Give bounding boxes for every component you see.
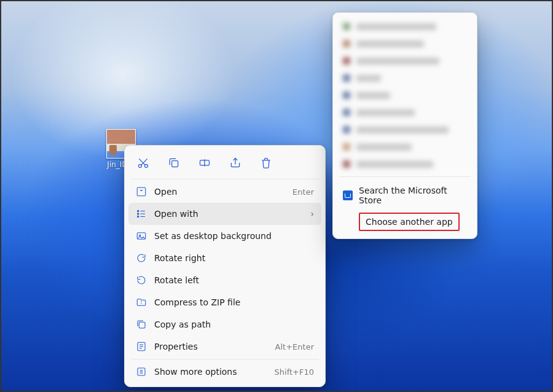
more-options-icon — [136, 366, 147, 377]
flyout-item-search-store[interactable]: Search the Microsoft Store — [338, 181, 472, 210]
chevron-right-icon: › — [310, 209, 314, 219]
menu-item-open-with[interactable]: Open with › — [128, 203, 321, 225]
picture-icon — [136, 230, 147, 241]
flyout-item-app[interactable] — [338, 18, 472, 35]
menu-item-accel: Enter — [292, 187, 314, 197]
app-list-blurred — [338, 18, 472, 173]
separator — [131, 179, 319, 179]
cut-icon — [137, 157, 149, 169]
menu-item-label: Rotate left — [154, 275, 314, 285]
open-icon — [136, 186, 147, 197]
menu-item-label: Properties — [154, 342, 268, 351]
app-icon — [343, 57, 350, 65]
menu-item-rotate-left[interactable]: Rotate left — [128, 269, 321, 291]
flyout-item-app[interactable] — [338, 35, 472, 52]
delete-icon — [260, 157, 272, 169]
svg-point-7 — [138, 216, 139, 217]
menu-item-label: Open with — [154, 209, 303, 219]
flyout-item-app[interactable] — [338, 52, 472, 69]
menu-item-label: Open — [154, 187, 285, 197]
properties-icon — [136, 341, 147, 352]
menu-item-label: Compress to ZIP file — [154, 297, 314, 307]
cut-button[interactable] — [135, 154, 152, 171]
microsoft-store-icon — [343, 190, 353, 200]
open-with-icon — [136, 208, 147, 219]
open-with-flyout: Search the Microsoft Store Choose anothe… — [332, 12, 477, 239]
flyout-item-app[interactable] — [338, 121, 472, 138]
flyout-item-app[interactable] — [338, 138, 472, 155]
copy-icon — [168, 157, 180, 169]
svg-point-1 — [145, 165, 148, 168]
menu-item-set-background[interactable]: Set as desktop background — [128, 225, 321, 247]
menu-item-rotate-right[interactable]: Rotate right — [128, 247, 321, 269]
menu-item-label: Show more options — [154, 367, 267, 377]
menu-item-accel: Shift+F10 — [275, 367, 314, 377]
app-label-blurred — [356, 144, 412, 151]
desktop: Jin_ID… Open Enter — [0, 0, 553, 392]
menu-item-accel: Alt+Enter — [275, 342, 314, 351]
flyout-item-app[interactable] — [338, 69, 472, 87]
menu-item-label: Set as desktop background — [154, 231, 314, 241]
copy-button[interactable] — [165, 154, 182, 171]
app-label-blurred — [356, 23, 436, 30]
flyout-item-choose-app[interactable]: Choose another app — [338, 210, 472, 233]
app-icon — [343, 160, 350, 168]
rotate-right-icon — [136, 253, 147, 264]
app-icon — [343, 40, 350, 47]
share-icon — [229, 157, 241, 169]
menu-item-compress[interactable]: Compress to ZIP file — [128, 291, 321, 313]
app-label-blurred — [356, 75, 381, 82]
flyout-item-app[interactable] — [338, 104, 472, 121]
menu-item-copy-path[interactable]: Copy as path — [128, 313, 321, 335]
rotate-left-icon — [136, 275, 147, 286]
app-label-blurred — [356, 58, 439, 65]
app-icon — [343, 74, 350, 82]
svg-rect-10 — [139, 322, 145, 328]
svg-point-0 — [139, 165, 142, 168]
flyout-item-app[interactable] — [338, 155, 472, 173]
menu-item-label: Copy as path — [154, 319, 314, 329]
app-icon — [343, 143, 350, 151]
menu-item-label: Rotate right — [154, 253, 314, 263]
delete-button[interactable] — [257, 154, 275, 171]
app-label-blurred — [356, 92, 390, 99]
app-label-blurred — [356, 161, 433, 168]
share-button[interactable] — [227, 154, 244, 171]
app-label-blurred — [356, 41, 424, 47]
menu-item-properties[interactable]: Properties Alt+Enter — [128, 335, 321, 358]
app-icon — [343, 109, 350, 116]
app-icon — [343, 126, 350, 133]
flyout-item-app[interactable] — [338, 87, 472, 104]
svg-rect-2 — [172, 161, 178, 167]
separator — [339, 176, 471, 177]
rename-icon — [198, 157, 211, 169]
highlight-box: Choose another app — [359, 213, 460, 231]
separator — [131, 359, 319, 359]
menu-item-more-options[interactable]: Show more options Shift+F10 — [128, 361, 321, 383]
flyout-item-label: Choose another app — [366, 217, 453, 227]
app-icon — [343, 23, 350, 30]
flyout-item-label: Search the Microsoft Store — [359, 186, 467, 205]
svg-point-5 — [138, 210, 139, 211]
zip-icon — [136, 297, 147, 308]
menu-item-open[interactable]: Open Enter — [128, 181, 321, 203]
copy-path-icon — [136, 319, 147, 330]
svg-point-6 — [138, 213, 139, 214]
context-toolbar — [128, 149, 321, 178]
app-label-blurred — [356, 127, 449, 133]
context-menu: Open Enter Open with › Set as desktop ba… — [124, 145, 326, 387]
app-label-blurred — [356, 109, 415, 116]
app-icon — [343, 92, 350, 99]
rename-button[interactable] — [196, 154, 213, 171]
